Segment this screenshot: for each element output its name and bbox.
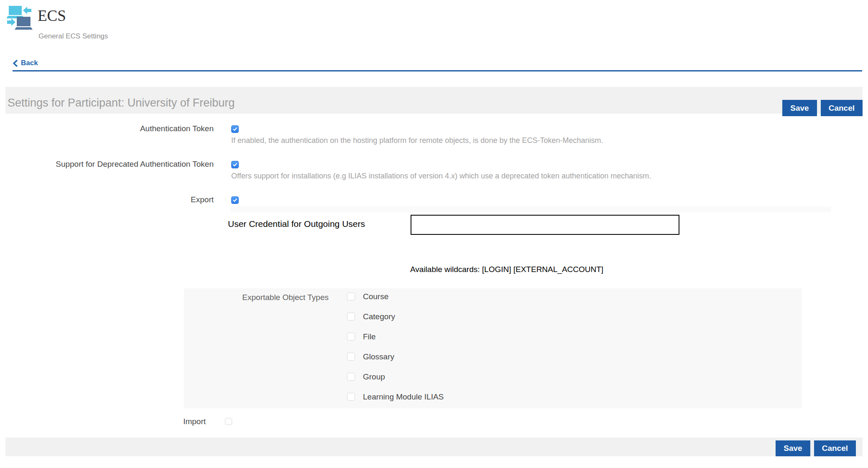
wildcards-help-line1: Available wildcards: [LOGIN] [EXTERNAL_A… xyxy=(410,264,625,275)
panel-title: Settings for Participant: University of … xyxy=(8,97,235,109)
chevron-left-icon xyxy=(13,60,18,67)
app-subtitle: General ECS Settings xyxy=(38,32,108,41)
type-category-label: Category xyxy=(363,312,395,321)
exportable-types-block xyxy=(184,288,802,408)
type-file-label: File xyxy=(363,332,376,341)
ecs-logo-icon xyxy=(7,3,33,30)
type-glossary-checkbox[interactable] xyxy=(347,353,355,361)
type-learning-module-label: Learning Module ILIAS xyxy=(363,392,444,402)
cancel-button-top[interactable]: Cancel xyxy=(821,100,863,116)
import-checkbox[interactable] xyxy=(225,418,232,425)
deprecated-token-checkbox[interactable] xyxy=(231,161,239,168)
type-course-checkbox[interactable] xyxy=(347,292,355,300)
exportable-types-label: Exportable Object Types xyxy=(192,293,329,302)
type-category-checkbox[interactable] xyxy=(347,313,355,320)
type-group-label: Group xyxy=(363,372,385,382)
check-icon xyxy=(232,198,237,203)
deprecated-token-help: Offers support for installations (e.g IL… xyxy=(231,172,651,181)
type-file-checkbox[interactable] xyxy=(347,333,355,341)
export-subform-strip xyxy=(230,206,831,212)
auth-token-help: If enabled, the authentication on the ho… xyxy=(231,136,603,145)
save-button-top[interactable]: Save xyxy=(782,100,817,116)
type-glossary-label: Glossary xyxy=(363,352,394,361)
import-label: Import xyxy=(0,417,206,426)
app-title: ECS xyxy=(38,7,66,25)
auth-token-checkbox[interactable] xyxy=(231,125,239,133)
type-course-label: Course xyxy=(363,292,388,301)
back-label: Back xyxy=(21,59,38,67)
save-button-bottom[interactable]: Save xyxy=(776,440,810,456)
panel-header: Settings for Participant: University of … xyxy=(5,87,863,114)
header-divider xyxy=(13,70,862,71)
user-credential-label: User Credential for Outgoing Users xyxy=(228,219,365,229)
back-link[interactable]: Back xyxy=(13,59,38,67)
export-checkbox[interactable] xyxy=(231,196,239,204)
check-icon xyxy=(232,162,237,167)
cancel-button-bottom[interactable]: Cancel xyxy=(814,440,856,456)
export-label: Export xyxy=(0,195,214,204)
auth-token-label: Authentication Token xyxy=(0,124,214,133)
footer-bar xyxy=(5,437,863,456)
type-group-checkbox[interactable] xyxy=(347,373,355,381)
user-credential-input[interactable] xyxy=(411,215,679,235)
ecs-settings-page: ECS General ECS Settings Back Settings f… xyxy=(0,0,868,468)
check-icon xyxy=(232,127,237,132)
deprecated-token-label: Support for Deprecated Authentication To… xyxy=(0,160,214,169)
type-learning-module-checkbox[interactable] xyxy=(347,393,355,401)
